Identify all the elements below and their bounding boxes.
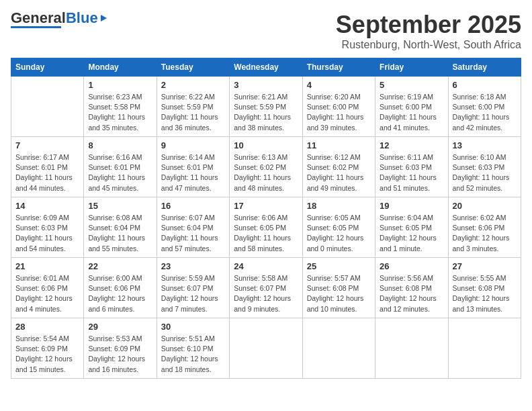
calendar-cell: 20Sunrise: 6:02 AMSunset: 6:06 PMDayligh…: [448, 197, 521, 258]
calendar-cell: 18Sunrise: 6:05 AMSunset: 6:05 PMDayligh…: [302, 197, 375, 258]
day-number: 22: [88, 261, 152, 271]
calendar-cell: 2Sunrise: 6:22 AMSunset: 5:59 PMDaylight…: [157, 77, 229, 137]
day-detail: Sunrise: 6:11 AMSunset: 6:03 PMDaylight:…: [380, 152, 443, 193]
calendar-cell: 25Sunrise: 5:57 AMSunset: 6:08 PMDayligh…: [302, 258, 375, 318]
calendar-cell: 23Sunrise: 5:59 AMSunset: 6:07 PMDayligh…: [157, 258, 229, 318]
calendar-cell: 28Sunrise: 5:54 AMSunset: 6:09 PMDayligh…: [11, 318, 84, 379]
calendar-cell: 7Sunrise: 6:17 AMSunset: 6:01 PMDaylight…: [11, 137, 84, 197]
day-detail: Sunrise: 6:21 AMSunset: 5:59 PMDaylight:…: [234, 92, 298, 133]
day-number: 30: [161, 322, 225, 332]
calendar: SundayMondayTuesdayWednesdayThursdayFrid…: [11, 58, 521, 379]
day-detail: Sunrise: 6:20 AMSunset: 6:00 PMDaylight:…: [307, 92, 371, 133]
weekday-header: Wednesday: [230, 58, 302, 77]
day-detail: Sunrise: 5:54 AMSunset: 6:09 PMDaylight:…: [15, 334, 79, 375]
day-number: 1: [88, 80, 152, 90]
weekday-header: Saturday: [448, 58, 521, 77]
day-detail: Sunrise: 6:12 AMSunset: 6:02 PMDaylight:…: [307, 152, 371, 193]
calendar-cell: 15Sunrise: 6:08 AMSunset: 6:04 PMDayligh…: [84, 197, 157, 258]
day-detail: Sunrise: 6:05 AMSunset: 6:05 PMDaylight:…: [307, 213, 371, 254]
day-detail: Sunrise: 5:56 AMSunset: 6:08 PMDaylight:…: [380, 273, 443, 314]
location: Rustenburg, North-West, South Africa: [336, 39, 521, 51]
day-detail: Sunrise: 6:01 AMSunset: 6:06 PMDaylight:…: [15, 273, 79, 314]
logo-text: GeneralBlue: [11, 11, 98, 26]
calendar-header-row: SundayMondayTuesdayWednesdayThursdayFrid…: [11, 58, 521, 77]
day-detail: Sunrise: 5:59 AMSunset: 6:07 PMDaylight:…: [161, 273, 225, 314]
day-number: 12: [380, 140, 443, 150]
day-number: 3: [234, 80, 298, 90]
day-number: 24: [234, 261, 298, 271]
day-number: 27: [453, 261, 517, 271]
calendar-cell: 13Sunrise: 6:10 AMSunset: 6:03 PMDayligh…: [448, 137, 521, 197]
day-detail: Sunrise: 6:08 AMSunset: 6:04 PMDaylight:…: [88, 213, 152, 254]
weekday-header: Sunday: [11, 58, 84, 77]
month-title: September 2025: [336, 11, 521, 39]
calendar-cell: 5Sunrise: 6:19 AMSunset: 6:00 PMDaylight…: [375, 77, 448, 137]
calendar-cell: [448, 318, 521, 379]
calendar-cell: 10Sunrise: 6:13 AMSunset: 6:02 PMDayligh…: [230, 137, 302, 197]
day-number: 26: [380, 261, 443, 271]
day-number: 25: [307, 261, 371, 271]
calendar-cell: 8Sunrise: 6:16 AMSunset: 6:01 PMDaylight…: [84, 137, 157, 197]
day-number: 23: [161, 261, 225, 271]
calendar-week-row: 7Sunrise: 6:17 AMSunset: 6:01 PMDaylight…: [11, 137, 521, 197]
day-detail: Sunrise: 5:55 AMSunset: 6:08 PMDaylight:…: [453, 273, 517, 314]
day-number: 10: [234, 140, 298, 150]
calendar-cell: 11Sunrise: 6:12 AMSunset: 6:02 PMDayligh…: [302, 137, 375, 197]
day-number: 18: [307, 201, 371, 211]
day-detail: Sunrise: 6:04 AMSunset: 6:05 PMDaylight:…: [380, 213, 443, 254]
calendar-cell: [230, 318, 302, 379]
day-number: 4: [307, 80, 371, 90]
weekday-header: Monday: [84, 58, 157, 77]
calendar-week-row: 14Sunrise: 6:09 AMSunset: 6:03 PMDayligh…: [11, 197, 521, 258]
day-number: 20: [453, 201, 517, 211]
day-detail: Sunrise: 6:13 AMSunset: 6:02 PMDaylight:…: [234, 152, 298, 193]
calendar-cell: [375, 318, 448, 379]
day-detail: Sunrise: 5:51 AMSunset: 6:10 PMDaylight:…: [161, 334, 225, 375]
day-number: 2: [161, 80, 225, 90]
day-number: 14: [15, 201, 79, 211]
calendar-week-row: 28Sunrise: 5:54 AMSunset: 6:09 PMDayligh…: [11, 318, 521, 379]
day-detail: Sunrise: 6:06 AMSunset: 6:05 PMDaylight:…: [234, 213, 298, 254]
calendar-cell: 30Sunrise: 5:51 AMSunset: 6:10 PMDayligh…: [157, 318, 229, 379]
calendar-cell: 4Sunrise: 6:20 AMSunset: 6:00 PMDaylight…: [302, 77, 375, 137]
day-number: 9: [161, 140, 225, 150]
page-header: GeneralBlue September 2025 Rustenburg, N…: [11, 11, 521, 51]
calendar-week-row: 21Sunrise: 6:01 AMSunset: 6:06 PMDayligh…: [11, 258, 521, 318]
calendar-cell: 22Sunrise: 6:00 AMSunset: 6:06 PMDayligh…: [84, 258, 157, 318]
calendar-cell: 12Sunrise: 6:11 AMSunset: 6:03 PMDayligh…: [375, 137, 448, 197]
calendar-cell: 3Sunrise: 6:21 AMSunset: 5:59 PMDaylight…: [230, 77, 302, 137]
calendar-cell: 24Sunrise: 5:58 AMSunset: 6:07 PMDayligh…: [230, 258, 302, 318]
logo-line: [11, 26, 61, 28]
calendar-cell: 9Sunrise: 6:14 AMSunset: 6:01 PMDaylight…: [157, 137, 229, 197]
day-detail: Sunrise: 6:18 AMSunset: 6:00 PMDaylight:…: [453, 92, 517, 133]
title-block: September 2025 Rustenburg, North-West, S…: [336, 11, 521, 51]
weekday-header: Thursday: [302, 58, 375, 77]
weekday-header: Friday: [375, 58, 448, 77]
calendar-cell: 29Sunrise: 5:53 AMSunset: 6:09 PMDayligh…: [84, 318, 157, 379]
day-detail: Sunrise: 6:19 AMSunset: 6:00 PMDaylight:…: [380, 92, 443, 133]
day-number: 6: [453, 80, 517, 90]
calendar-cell: 6Sunrise: 6:18 AMSunset: 6:00 PMDaylight…: [448, 77, 521, 137]
day-detail: Sunrise: 6:17 AMSunset: 6:01 PMDaylight:…: [15, 152, 79, 193]
calendar-cell: [11, 77, 84, 137]
calendar-cell: 26Sunrise: 5:56 AMSunset: 6:08 PMDayligh…: [375, 258, 448, 318]
calendar-week-row: 1Sunrise: 6:23 AMSunset: 5:58 PMDaylight…: [11, 77, 521, 137]
day-number: 17: [234, 201, 298, 211]
day-number: 5: [380, 80, 443, 90]
calendar-cell: 19Sunrise: 6:04 AMSunset: 6:05 PMDayligh…: [375, 197, 448, 258]
day-number: 28: [15, 322, 79, 332]
weekday-header: Tuesday: [157, 58, 229, 77]
day-detail: Sunrise: 5:58 AMSunset: 6:07 PMDaylight:…: [234, 273, 298, 314]
day-number: 29: [88, 322, 152, 332]
day-detail: Sunrise: 6:09 AMSunset: 6:03 PMDaylight:…: [15, 213, 79, 254]
calendar-cell: 21Sunrise: 6:01 AMSunset: 6:06 PMDayligh…: [11, 258, 84, 318]
day-detail: Sunrise: 6:22 AMSunset: 5:59 PMDaylight:…: [161, 92, 225, 133]
calendar-cell: 14Sunrise: 6:09 AMSunset: 6:03 PMDayligh…: [11, 197, 84, 258]
calendar-cell: 16Sunrise: 6:07 AMSunset: 6:04 PMDayligh…: [157, 197, 229, 258]
day-number: 11: [307, 140, 371, 150]
day-number: 13: [453, 140, 517, 150]
day-detail: Sunrise: 6:07 AMSunset: 6:04 PMDaylight:…: [161, 213, 225, 254]
day-detail: Sunrise: 5:53 AMSunset: 6:09 PMDaylight:…: [88, 334, 152, 375]
day-detail: Sunrise: 6:00 AMSunset: 6:06 PMDaylight:…: [88, 273, 152, 314]
day-detail: Sunrise: 6:23 AMSunset: 5:58 PMDaylight:…: [88, 92, 152, 133]
